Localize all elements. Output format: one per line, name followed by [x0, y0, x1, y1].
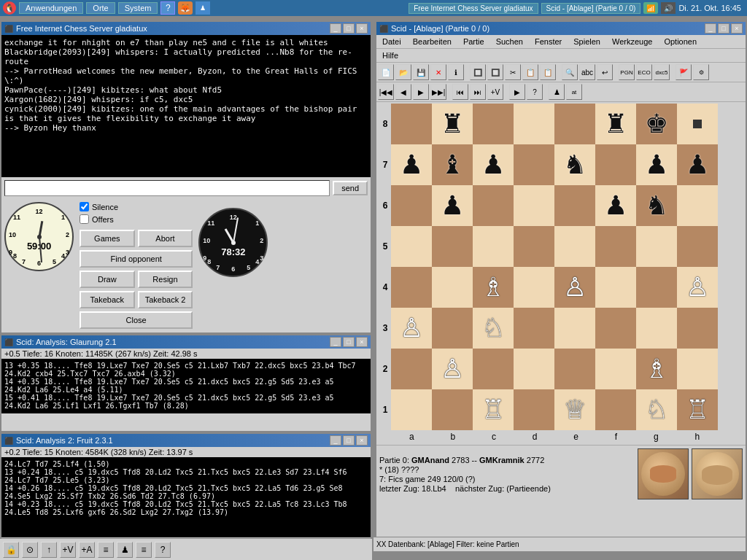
bottom-list2-icon[interactable]: ≡ [136, 542, 152, 558]
nav-help[interactable]: ? [527, 84, 543, 100]
square-b1[interactable] [432, 389, 473, 430]
square-a4[interactable] [391, 267, 432, 308]
tool-paste[interactable]: 📋 [540, 64, 556, 80]
help-icon[interactable]: ? [160, 1, 175, 15]
square-a6[interactable] [391, 185, 432, 226]
analysis1-minimize-btn[interactable]: _ [330, 337, 341, 347]
nav-next[interactable]: ▶ [413, 84, 429, 100]
square-e4[interactable]: ♙ [554, 267, 595, 308]
menu-fenster[interactable]: Fenster [532, 36, 565, 47]
square-a7[interactable]: ♟ [391, 144, 432, 185]
square-c1[interactable]: ♖ [473, 389, 514, 430]
menu-partie[interactable]: Partie [460, 36, 487, 47]
square-e5[interactable] [554, 226, 595, 267]
takeback2-button[interactable]: Takeback 2 [138, 291, 193, 308]
tool-analyze[interactable]: ⚙ [693, 64, 709, 80]
square-c7[interactable]: ♟ [473, 144, 514, 185]
tool-dxc[interactable]: dxc5 [654, 64, 670, 80]
nav-end[interactable]: ▶▶| [430, 84, 446, 100]
tool-spell[interactable]: abc [579, 64, 595, 80]
square-c2[interactable] [473, 349, 514, 389]
fics-minimize-btn[interactable]: _ [330, 23, 341, 34]
analysis1-close-btn[interactable]: × [356, 337, 368, 347]
bottom-help-icon[interactable]: ? [155, 542, 171, 558]
square-g2[interactable]: ♗ [636, 349, 677, 389]
draw-button[interactable]: Draw [80, 271, 135, 288]
bottom-chess-icon[interactable]: ♟ [117, 542, 133, 558]
silence-checkbox[interactable] [80, 202, 89, 211]
nav-play[interactable]: ▶ [509, 84, 525, 100]
analysis1-maximize-btn[interactable]: □ [343, 337, 355, 347]
menu-spielen[interactable]: Spielen [570, 36, 603, 47]
square-e8[interactable] [554, 104, 595, 144]
square-b5[interactable] [432, 226, 473, 267]
square-a8[interactable] [391, 104, 432, 144]
square-f7[interactable] [595, 144, 636, 185]
square-h4[interactable]: ♙ [677, 267, 718, 308]
square-c5[interactable] [473, 226, 514, 267]
menu-optionen[interactable]: Optionen [661, 36, 700, 47]
square-c3[interactable]: ♘ [473, 308, 514, 349]
nav-prev[interactable]: ◀ [395, 84, 411, 100]
bottom-plusa-icon[interactable]: +A [79, 542, 95, 558]
square-h5[interactable] [677, 226, 718, 267]
square-c8[interactable] [473, 104, 514, 144]
square-b6[interactable]: ♟ [432, 185, 473, 226]
scid-minimize-btn[interactable]: _ [705, 23, 716, 34]
square-b3[interactable] [432, 308, 473, 349]
nav-at[interactable]: at [566, 84, 582, 100]
taskbar-system[interactable]: System [118, 2, 158, 14]
square-f8[interactable]: ♜ [595, 104, 636, 144]
send-button[interactable]: send [333, 181, 368, 195]
square-e1[interactable]: ♕ [554, 389, 595, 430]
chat-input[interactable] [4, 180, 330, 196]
square-h1[interactable]: ♖ [677, 389, 718, 430]
games-button[interactable]: Games [80, 230, 135, 247]
menu-bearbeiten[interactable]: Bearbeiten [410, 36, 454, 47]
square-b7[interactable]: ♝ [432, 144, 473, 185]
square-c4[interactable]: ♗ [473, 267, 514, 308]
tool-new[interactable]: 📄 [378, 64, 394, 80]
tool-undo[interactable]: ↩ [597, 64, 613, 80]
nav-var-prev[interactable]: ⏮ [452, 84, 468, 100]
nav-var-next[interactable]: ⏭ [470, 84, 486, 100]
square-h6[interactable] [677, 185, 718, 226]
scid-close-btn[interactable]: × [731, 23, 743, 34]
nav-start[interactable]: |◀◀ [378, 84, 394, 100]
square-g6[interactable]: ♞ [636, 185, 677, 226]
analysis2-minimize-btn[interactable]: _ [330, 435, 341, 446]
bottom-list-icon[interactable]: ≡ [98, 542, 114, 558]
square-d8[interactable] [514, 104, 554, 144]
square-f1[interactable] [595, 389, 636, 430]
square-e2[interactable] [554, 349, 595, 389]
analysis2-close-btn[interactable]: × [356, 435, 368, 446]
bottom-lock-icon[interactable]: 🔒 [3, 542, 19, 558]
square-h3[interactable] [677, 308, 718, 349]
square-g8[interactable]: ♚ [636, 104, 677, 144]
square-c6[interactable] [473, 185, 514, 226]
square-f5[interactable] [595, 226, 636, 267]
square-b4[interactable] [432, 267, 473, 308]
tool-copy[interactable]: 📋 [522, 64, 538, 80]
menu-suchen[interactable]: Suchen [493, 36, 526, 47]
tool-flag[interactable]: 🚩 [676, 64, 692, 80]
bottom-plusv-icon[interactable]: +V [60, 542, 76, 558]
scid-taskbar-btn[interactable]: Scid - [Ablage] (Partie 0 / 0) [541, 3, 641, 14]
square-d3[interactable] [514, 308, 554, 349]
taskbar-orte[interactable]: Orte [86, 2, 115, 14]
tool-pgn[interactable]: PGN [619, 64, 635, 80]
square-g4[interactable] [636, 267, 677, 308]
chess-icon[interactable]: ♟ [196, 1, 210, 15]
square-d7[interactable] [514, 144, 554, 185]
square-g1[interactable]: ♘ [636, 389, 677, 430]
square-e7[interactable]: ♞ [554, 144, 595, 185]
menu-datei[interactable]: Datei [379, 36, 404, 47]
square-f4[interactable] [595, 267, 636, 308]
tool-save[interactable]: 💾 [413, 64, 429, 80]
firefox-icon[interactable]: 🦊 [178, 1, 193, 15]
square-a5[interactable] [391, 226, 432, 267]
square-f6[interactable]: ♟ [595, 185, 636, 226]
square-f2[interactable] [595, 349, 636, 389]
square-d4[interactable] [514, 267, 554, 308]
square-b8[interactable]: ♜ [432, 104, 473, 144]
